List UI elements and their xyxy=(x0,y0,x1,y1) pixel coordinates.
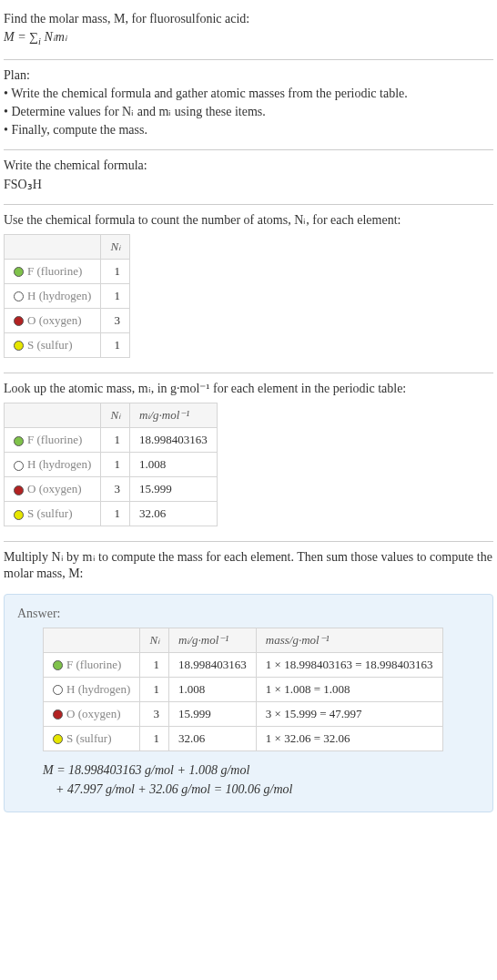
mass-header: mass/g·mol⁻¹ xyxy=(256,628,442,652)
answer-box: Answer: Nᵢ mᵢ/g·mol⁻¹ mass/g·mol⁻¹ F (fl… xyxy=(4,594,493,812)
intro-text: Find the molar mass, M, for fluorosulfon… xyxy=(4,12,249,26)
element-name: F (fluorine) xyxy=(27,433,82,446)
masses-section: Look up the atomic mass, mᵢ, in g·mol⁻¹ … xyxy=(4,373,493,542)
molar-mass-equation: M = ∑i Nᵢmᵢ xyxy=(4,29,493,47)
mass-cell: 1 × 32.06 = 32.06 xyxy=(256,726,442,750)
m-cell: 15.999 xyxy=(169,701,257,726)
m-header: mᵢ/g·mol⁻¹ xyxy=(169,628,257,652)
n-header: Nᵢ xyxy=(140,628,169,652)
element-name: S (sulfur) xyxy=(66,731,111,745)
table-header-row: Nᵢ mᵢ/g·mol⁻¹ mass/g·mol⁻¹ xyxy=(44,628,443,652)
m-header: mᵢ/g·mol⁻¹ xyxy=(130,403,218,428)
element-name: F (fluorine) xyxy=(66,658,121,671)
formula-section: Write the chemical formula: FSO₃H xyxy=(4,150,493,204)
compute-line: Multiply Nᵢ by mᵢ to compute the mass fo… xyxy=(4,549,493,582)
table-row: F (fluorine) 1 18.998403163 1 × 18.99840… xyxy=(44,652,443,677)
eq-left: M = ∑ xyxy=(4,30,38,44)
blank-header xyxy=(5,234,101,259)
masses-line: Look up the atomic mass, mᵢ, in g·mol⁻¹ … xyxy=(4,381,493,397)
intro-line: Find the molar mass, M, for fluorosulfon… xyxy=(4,11,493,27)
element-swatch-icon xyxy=(53,734,63,744)
m-cell: 32.06 xyxy=(130,502,218,526)
masses-table: Nᵢ mᵢ/g·mol⁻¹ F (fluorine) 1 18.99840316… xyxy=(4,403,218,526)
n-header: Nᵢ xyxy=(101,234,130,259)
table-row: F (fluorine) 1 18.998403163 xyxy=(5,428,218,453)
element-name: O (oxygen) xyxy=(27,313,82,327)
m-cell: 1.008 xyxy=(169,677,257,701)
element-cell: H (hydrogen) xyxy=(44,677,140,701)
element-name: H (hydrogen) xyxy=(27,457,91,471)
intro-section: Find the molar mass, M, for fluorosulfon… xyxy=(4,4,493,60)
m-cell: 15.999 xyxy=(130,477,218,502)
table-row: S (sulfur) 1 32.06 1 × 32.06 = 32.06 xyxy=(44,726,443,750)
element-swatch-icon xyxy=(14,485,24,495)
element-cell: F (fluorine) xyxy=(5,428,101,453)
n-cell: 1 xyxy=(101,453,130,477)
formula-line: Write the chemical formula: xyxy=(4,158,493,174)
plan-section: Plan: • Write the chemical formula and g… xyxy=(4,60,493,151)
eq-right: Nᵢmᵢ xyxy=(41,30,67,44)
n-cell: 1 xyxy=(140,726,169,750)
element-cell: S (sulfur) xyxy=(44,726,140,750)
element-cell: S (sulfur) xyxy=(5,502,101,526)
table-row: O (oxygen) 3 15.999 xyxy=(5,477,218,502)
n-cell: 1 xyxy=(101,428,130,453)
element-swatch-icon xyxy=(14,267,24,277)
mass-cell: 1 × 1.008 = 1.008 xyxy=(256,677,442,701)
element-swatch-icon xyxy=(53,660,63,670)
element-swatch-icon xyxy=(14,341,24,351)
table-header-row: Nᵢ mᵢ/g·mol⁻¹ xyxy=(5,403,218,428)
m-cell: 32.06 xyxy=(169,726,257,750)
element-cell: O (oxygen) xyxy=(5,477,101,502)
element-cell: S (sulfur) xyxy=(5,332,101,357)
table-row: H (hydrogen) 1 1.008 xyxy=(5,453,218,477)
n-header: Nᵢ xyxy=(101,403,130,428)
m-cell: 18.998403163 xyxy=(169,652,257,677)
n-cell: 1 xyxy=(101,283,130,308)
plan-bullet-1: • Write the chemical formula and gather … xyxy=(4,86,493,102)
element-swatch-icon xyxy=(53,685,63,695)
table-row: F (fluorine) 1 xyxy=(5,259,130,283)
n-cell: 1 xyxy=(101,332,130,357)
n-cell: 1 xyxy=(101,502,130,526)
count-table: Nᵢ F (fluorine) 1 H (hydrogen) 1 O (oxyg… xyxy=(4,234,130,358)
final-line-1: M = 18.998403163 g/mol + 1.008 g/mol xyxy=(43,761,480,780)
element-cell: F (fluorine) xyxy=(44,652,140,677)
plan-heading: Plan: xyxy=(4,67,493,84)
n-cell: 3 xyxy=(101,477,130,502)
element-swatch-icon xyxy=(14,461,24,471)
chemical-formula: FSO₃H xyxy=(4,177,493,193)
count-section: Use the chemical formula to count the nu… xyxy=(4,205,493,373)
mass-cell: 1 × 18.998403163 = 18.998403163 xyxy=(256,652,442,677)
element-swatch-icon xyxy=(53,709,63,720)
m-cell: 18.998403163 xyxy=(130,428,218,453)
n-cell: 1 xyxy=(101,259,130,283)
n-cell: 3 xyxy=(140,701,169,726)
table-row: H (hydrogen) 1 1.008 1 × 1.008 = 1.008 xyxy=(44,677,443,701)
answer-label: Answer: xyxy=(17,606,480,622)
answer-table: Nᵢ mᵢ/g·mol⁻¹ mass/g·mol⁻¹ F (fluorine) … xyxy=(43,628,443,751)
n-cell: 1 xyxy=(140,652,169,677)
blank-header xyxy=(44,628,140,652)
table-row: S (sulfur) 1 xyxy=(5,332,130,357)
element-name: O (oxygen) xyxy=(27,482,82,495)
n-cell: 3 xyxy=(101,308,130,332)
table-header-row: Nᵢ xyxy=(5,234,130,259)
element-cell: F (fluorine) xyxy=(5,259,101,283)
blank-header xyxy=(5,403,101,428)
element-cell: O (oxygen) xyxy=(5,308,101,332)
table-row: O (oxygen) 3 15.999 3 × 15.999 = 47.997 xyxy=(44,701,443,726)
element-name: S (sulfur) xyxy=(27,506,72,520)
count-line: Use the chemical formula to count the nu… xyxy=(4,212,493,229)
element-swatch-icon xyxy=(14,316,24,326)
n-cell: 1 xyxy=(140,677,169,701)
table-row: H (hydrogen) 1 xyxy=(5,283,130,308)
mass-cell: 3 × 15.999 = 47.997 xyxy=(256,701,442,726)
table-row: S (sulfur) 1 32.06 xyxy=(5,502,218,526)
compute-section: Multiply Nᵢ by mᵢ to compute the mass fo… xyxy=(4,542,493,587)
element-name: S (sulfur) xyxy=(27,338,72,352)
element-cell: O (oxygen) xyxy=(44,701,140,726)
element-cell: H (hydrogen) xyxy=(5,453,101,477)
element-name: H (hydrogen) xyxy=(27,289,91,302)
element-swatch-icon xyxy=(14,510,24,520)
